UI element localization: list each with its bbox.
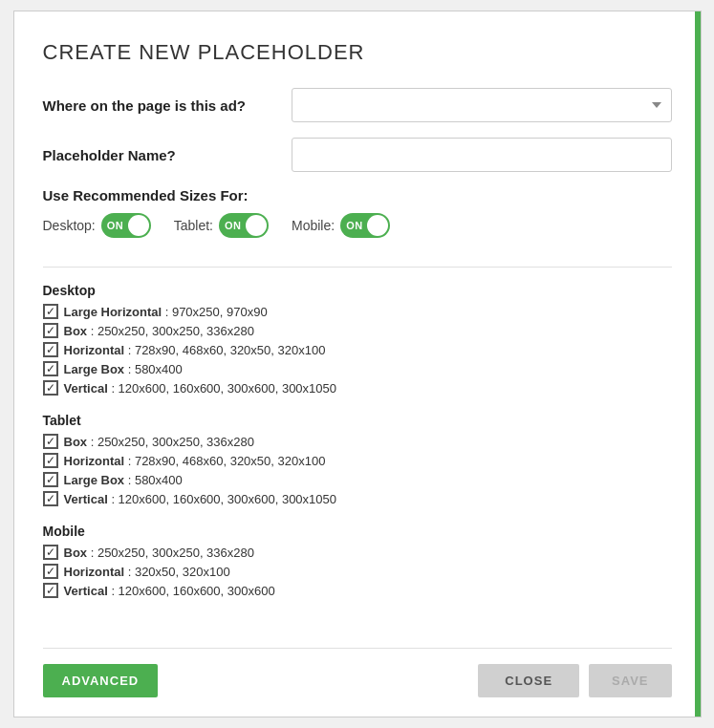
desktop-toggle-state: ON — [107, 220, 124, 231]
save-button[interactable]: SAVE — [589, 664, 671, 697]
checkbox[interactable]: ✓ — [43, 564, 58, 579]
check-mark: ✓ — [46, 474, 55, 485]
mobile-toggle-state: ON — [346, 220, 363, 231]
size-name: Vertical — [64, 492, 108, 506]
size-name: Horizontal — [64, 565, 125, 579]
accent-bar — [695, 11, 701, 717]
section-mobile-title: Mobile — [43, 524, 672, 539]
checkbox[interactable]: ✓ — [43, 453, 58, 468]
check-mark: ✓ — [46, 382, 55, 394]
checkbox[interactable]: ✓ — [43, 434, 58, 449]
checkbox[interactable]: ✓ — [43, 323, 58, 338]
section-mobile: Mobile✓Box : 250x250, 300x250, 336x280✓H… — [43, 524, 672, 598]
list-item: ✓Horizontal : 728x90, 468x60, 320x50, 32… — [43, 342, 672, 357]
checkbox[interactable]: ✓ — [43, 545, 58, 560]
list-item: ✓Horizontal : 320x50, 320x100 — [43, 564, 672, 579]
size-item-text: Horizontal : 320x50, 320x100 — [64, 565, 230, 579]
check-mark: ✓ — [46, 306, 55, 317]
check-mark: ✓ — [46, 436, 55, 447]
check-mark: ✓ — [46, 546, 55, 558]
size-name: Horizontal — [64, 454, 125, 468]
size-item-text: Vertical : 120x600, 160x600, 300x600 — [64, 584, 275, 598]
list-item: ✓Vertical : 120x600, 160x600, 300x600, 3… — [43, 491, 672, 506]
mobile-toggle[interactable]: ON — [340, 213, 390, 238]
desktop-toggle-label: Desktop: — [43, 218, 96, 233]
checkbox[interactable]: ✓ — [43, 361, 58, 376]
tablet-toggle-group: Tablet: ON — [174, 213, 269, 238]
checkbox[interactable]: ✓ — [43, 472, 58, 487]
check-mark: ✓ — [46, 585, 55, 596]
list-item: ✓Vertical : 120x600, 160x600, 300x600 — [43, 583, 672, 598]
checkbox[interactable]: ✓ — [43, 380, 58, 396]
checkbox[interactable]: ✓ — [43, 583, 58, 598]
tablet-toggle-label: Tablet: — [174, 218, 213, 233]
checkbox[interactable]: ✓ — [43, 342, 58, 357]
check-mark: ✓ — [46, 566, 55, 577]
size-name: Box — [64, 546, 88, 560]
page-location-label: Where on the page is this ad? — [43, 97, 292, 114]
checkbox[interactable]: ✓ — [43, 304, 58, 319]
list-item: ✓Horizontal : 728x90, 468x60, 320x50, 32… — [43, 453, 672, 468]
recommended-toggles-row: Desktop: ON Tablet: ON Mobile: ON — [43, 213, 672, 247]
size-name: Large Box — [64, 362, 125, 376]
tablet-toggle-state: ON — [225, 220, 242, 231]
mobile-toggle-label: Mobile: — [292, 218, 335, 233]
list-item: ✓Box : 250x250, 300x250, 336x280 — [43, 545, 672, 560]
footer-right-buttons: CLOSE SAVE — [478, 664, 671, 697]
size-name: Box — [64, 435, 88, 449]
section-desktop: Desktop✓Large Horizontal : 970x250, 970x… — [43, 283, 672, 396]
size-item-text: Box : 250x250, 300x250, 336x280 — [64, 324, 255, 338]
recommended-label: Use Recommended Sizes For: — [43, 187, 672, 203]
size-name: Large Horizontal — [64, 305, 162, 319]
list-item: ✓Large Box : 580x400 — [43, 472, 672, 487]
check-mark: ✓ — [46, 325, 55, 336]
size-item-text: Horizontal : 728x90, 468x60, 320x50, 320… — [64, 454, 326, 468]
check-mark: ✓ — [46, 493, 55, 504]
list-item: ✓Large Horizontal : 970x250, 970x90 — [43, 304, 672, 319]
size-item-text: Box : 250x250, 300x250, 336x280 — [64, 546, 255, 560]
section-desktop-title: Desktop — [43, 283, 672, 298]
list-item: ✓Box : 250x250, 300x250, 336x280 — [43, 323, 672, 338]
section-tablet-title: Tablet — [43, 413, 672, 428]
size-item-text: Large Box : 580x400 — [64, 473, 183, 487]
check-mark: ✓ — [46, 455, 55, 466]
sections-container: Desktop✓Large Horizontal : 970x250, 970x… — [43, 283, 672, 615]
mobile-toggle-group: Mobile: ON — [292, 213, 390, 238]
section-tablet: Tablet✓Box : 250x250, 300x250, 336x280✓H… — [43, 413, 672, 506]
size-item-text: Box : 250x250, 300x250, 336x280 — [64, 435, 255, 449]
check-mark: ✓ — [46, 344, 55, 355]
placeholder-name-row: Placeholder Name? — [43, 138, 672, 172]
dialog-footer: ADVANCED CLOSE SAVE — [43, 648, 672, 697]
size-item-text: Large Horizontal : 970x250, 970x90 — [64, 305, 268, 319]
tablet-toggle[interactable]: ON — [219, 213, 269, 238]
size-name: Large Box — [64, 473, 125, 487]
desktop-toggle-group: Desktop: ON — [43, 213, 151, 238]
size-name: Vertical — [64, 381, 108, 396]
size-name: Horizontal — [64, 343, 125, 357]
size-item-text: Large Box : 580x400 — [64, 362, 183, 376]
close-button[interactable]: CLOSE — [478, 664, 579, 697]
desktop-toggle[interactable]: ON — [101, 213, 151, 238]
tablet-toggle-knob — [246, 215, 267, 236]
divider — [43, 267, 672, 268]
check-mark: ✓ — [46, 363, 55, 375]
mobile-toggle-knob — [367, 215, 388, 236]
size-item-text: Vertical : 120x600, 160x600, 300x600, 30… — [64, 381, 337, 396]
size-item-text: Vertical : 120x600, 160x600, 300x600, 30… — [64, 492, 337, 506]
placeholder-name-input[interactable] — [292, 138, 672, 172]
page-location-row: Where on the page is this ad? — [43, 88, 672, 122]
dialog-title: CREATE NEW PLACEHOLDER — [43, 40, 672, 65]
create-placeholder-dialog: CREATE NEW PLACEHOLDER Where on the page… — [13, 11, 702, 717]
desktop-toggle-knob — [128, 215, 149, 236]
page-location-select[interactable] — [292, 88, 672, 122]
list-item: ✓Box : 250x250, 300x250, 336x280 — [43, 434, 672, 449]
advanced-button[interactable]: ADVANCED — [43, 664, 159, 697]
size-name: Box — [64, 324, 88, 338]
size-name: Vertical — [64, 584, 108, 598]
checkbox[interactable]: ✓ — [43, 491, 58, 506]
list-item: ✓Large Box : 580x400 — [43, 361, 672, 376]
size-item-text: Horizontal : 728x90, 468x60, 320x50, 320… — [64, 343, 326, 357]
placeholder-name-label: Placeholder Name? — [43, 147, 292, 163]
list-item: ✓Vertical : 120x600, 160x600, 300x600, 3… — [43, 380, 672, 396]
